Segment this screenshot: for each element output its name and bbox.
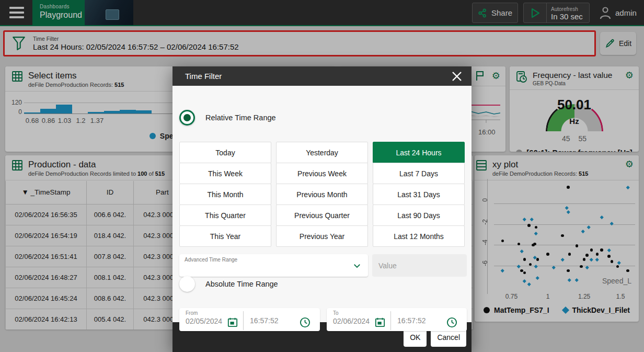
absolute-time-range-label: Absolute Time Range (205, 280, 278, 288)
to-datetime-picker[interactable]: To 02/06/2024 16:57:52 (327, 308, 467, 331)
range-option-this-quarter[interactable]: This Quarter (179, 205, 271, 226)
to-label: To (333, 310, 370, 316)
modal-title: Time Filter (185, 72, 222, 81)
radio-selected-icon[interactable] (179, 110, 195, 126)
relative-range-grid: TodayYesterdayLast 24 HoursThis WeekPrev… (179, 142, 465, 247)
to-time-value: 16:57:52 (397, 316, 426, 325)
range-option-this-year[interactable]: This Year (179, 225, 271, 247)
range-option-last-7-days[interactable]: Last 7 Days (373, 163, 465, 184)
range-option-last-12-months[interactable]: Last 12 Months (373, 225, 465, 247)
absolute-time-range-radio[interactable]: Absolute Time Range (179, 276, 278, 292)
clock-icon[interactable] (446, 317, 457, 328)
value-input[interactable] (372, 254, 467, 277)
range-option-yesterday[interactable]: Yesterday (276, 142, 368, 163)
range-option-previous-month[interactable]: Previous Month (276, 184, 368, 205)
close-icon[interactable] (451, 70, 463, 83)
range-option-today[interactable]: Today (179, 142, 271, 163)
range-option-last-90-days[interactable]: Last 90 Days (373, 205, 465, 226)
range-option-last-24-hours[interactable]: Last 24 Hours (373, 142, 465, 163)
range-option-previous-year[interactable]: Previous Year (276, 225, 368, 247)
range-option-previous-week[interactable]: Previous Week (276, 163, 368, 184)
chevron-down-icon (352, 261, 362, 270)
from-date-value: 02/05/2024 (186, 317, 222, 325)
time-filter-modal: Time Filter Relative Time Range TodayYes… (172, 66, 472, 352)
range-option-previous-quarter[interactable]: Previous Quarter (276, 205, 368, 226)
radio-unselected-icon[interactable] (179, 276, 195, 292)
to-date-value: 02/06/2024 (333, 317, 370, 325)
from-time-value: 16:57:52 (250, 316, 279, 325)
range-option-this-month[interactable]: This Month (179, 184, 271, 205)
calendar-icon[interactable] (375, 317, 385, 327)
relative-time-range-label: Relative Time Range (205, 113, 276, 122)
from-datetime-picker[interactable]: From 02/05/2024 16:57:52 (179, 308, 320, 331)
clock-icon[interactable] (300, 317, 310, 328)
calendar-icon[interactable] (227, 317, 238, 327)
range-option-last-31-days[interactable]: Last 31 Days (373, 184, 465, 205)
from-label: From (186, 310, 222, 316)
range-option-this-week[interactable]: This Week (179, 163, 271, 184)
advanced-time-range-label: Advanced Time Range (185, 257, 363, 263)
relative-time-range-radio[interactable]: Relative Time Range (179, 110, 276, 126)
advanced-time-range-select[interactable]: Advanced Time Range (179, 254, 368, 277)
